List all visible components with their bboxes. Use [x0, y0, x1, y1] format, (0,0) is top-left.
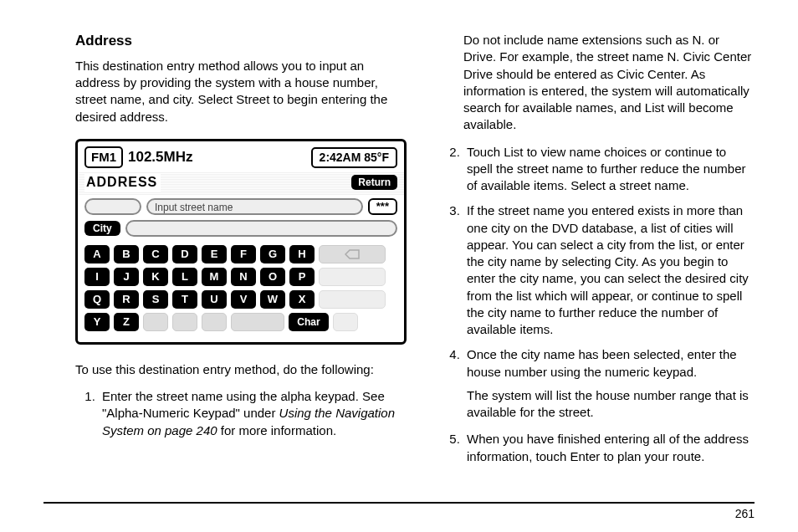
key-s[interactable]: S: [143, 290, 168, 309]
list-button[interactable]: ***: [368, 198, 397, 215]
step-3: If the street name you entered exists in…: [463, 202, 755, 338]
keypad-blank: [333, 313, 358, 331]
key-t[interactable]: T: [172, 290, 197, 309]
key-c[interactable]: C: [143, 245, 168, 263]
step-2: Touch List to view name choices or conti…: [463, 144, 755, 195]
step-5: When you have finished entering all of t…: [463, 431, 755, 465]
key-a[interactable]: A: [84, 245, 110, 263]
step-4: Once the city name has been selected, en…: [463, 346, 755, 421]
time-temp-badge: 2:42AM 85°F: [311, 147, 397, 168]
key-z[interactable]: Z: [114, 313, 139, 331]
key-y[interactable]: Y: [84, 313, 110, 331]
key-n[interactable]: N: [231, 268, 256, 286]
key-f[interactable]: F: [231, 245, 256, 263]
backspace-key[interactable]: [319, 245, 386, 263]
section-heading: Address: [75, 32, 410, 51]
step-1-continuation: Do not include name extensions such as N…: [463, 32, 755, 134]
key-p[interactable]: P: [289, 268, 315, 286]
key-disabled: [143, 313, 168, 331]
key-b[interactable]: B: [114, 245, 139, 263]
key-disabled-wide: [231, 313, 284, 331]
key-q[interactable]: Q: [84, 290, 110, 309]
city-button[interactable]: City: [84, 221, 120, 236]
street-placeholder: Input street name: [155, 201, 233, 214]
keypad-blank: [319, 268, 386, 286]
radio-band-badge: FM1: [84, 146, 123, 168]
house-number-field[interactable]: [84, 198, 141, 215]
key-x[interactable]: X: [289, 290, 315, 309]
alpha-keypad: A B C D E F G H I J K L M: [78, 242, 404, 342]
key-i[interactable]: I: [84, 268, 110, 286]
radio-frequency: 102.5MHz: [128, 148, 192, 167]
key-l[interactable]: L: [172, 268, 197, 286]
step-1: Enter the street name using the alpha ke…: [99, 388, 410, 439]
city-name-field[interactable]: [125, 220, 397, 237]
key-m[interactable]: M: [202, 268, 227, 286]
return-button[interactable]: Return: [351, 175, 397, 190]
key-v[interactable]: V: [231, 290, 256, 309]
key-r[interactable]: R: [114, 290, 139, 309]
key-o[interactable]: O: [260, 268, 285, 286]
intro-paragraph: This destination entry method allows you…: [75, 58, 410, 125]
key-disabled: [202, 313, 227, 331]
page-number: 261: [735, 506, 755, 522]
screen-title: ADDRESS: [84, 173, 161, 192]
backspace-icon: [345, 249, 360, 259]
char-mode-button[interactable]: Char: [289, 313, 329, 331]
lead-out-paragraph: To use this destination entry method, do…: [75, 361, 410, 378]
key-j[interactable]: J: [114, 268, 139, 286]
keypad-blank: [319, 290, 386, 309]
key-u[interactable]: U: [202, 290, 227, 309]
key-h[interactable]: H: [289, 245, 315, 263]
step-4-sub: The system will list the house number ra…: [467, 387, 755, 422]
nav-device-screenshot: FM1 102.5MHz 2:42AM 85°F ADDRESS Return …: [75, 139, 407, 345]
key-k[interactable]: K: [143, 268, 168, 286]
key-d[interactable]: D: [172, 245, 197, 263]
key-disabled: [172, 313, 197, 331]
key-e[interactable]: E: [202, 245, 227, 263]
key-w[interactable]: W: [260, 290, 285, 309]
key-g[interactable]: G: [260, 245, 285, 263]
footer-rule: [43, 502, 755, 504]
street-name-field[interactable]: Input street name: [146, 198, 363, 215]
